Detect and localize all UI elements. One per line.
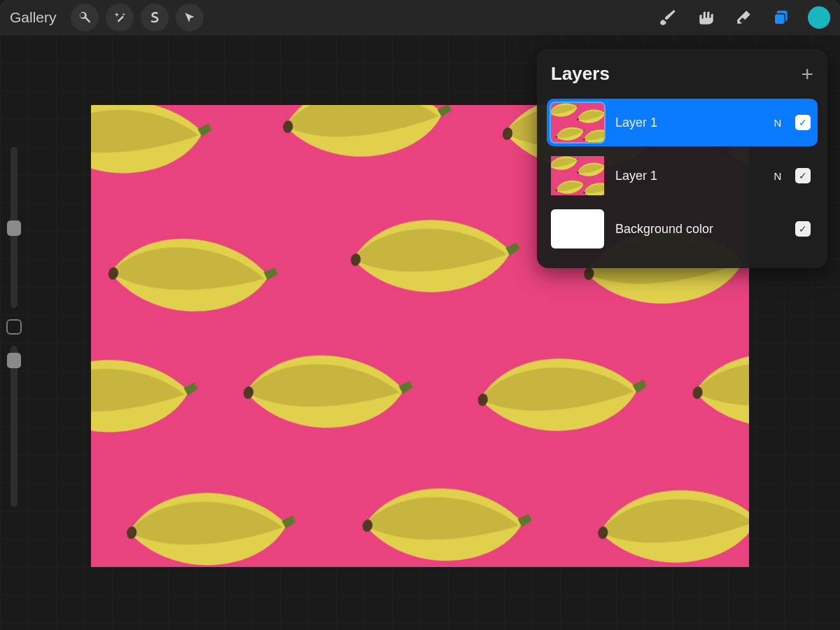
wrench-icon [78,10,92,24]
layer-visibility-checkbox[interactable]: ✓ [795,115,811,130]
layers-panel: Layers + Layer 1 N ✓ Layer 1 N ✓ Backgro… [537,49,827,268]
select-s-icon [148,10,162,24]
eraser-icon [734,8,752,27]
layer-name-label: Layer 1 [615,169,760,183]
brush-opacity-slider[interactable] [10,346,18,507]
selection-button[interactable] [141,4,169,31]
wand-icon [113,10,127,24]
layers-panel-title: Layers [551,63,610,85]
layer-name-label: Background color [615,222,760,237]
magic-wand-button[interactable] [106,4,134,31]
layer-blend-mode[interactable]: N [771,170,784,182]
layers-icon [772,8,790,27]
layer-name-label: Layer 1 [615,115,760,130]
layer-row[interactable]: Background color ✓ [547,205,818,253]
gallery-button[interactable]: Gallery [10,9,57,26]
layer-thumb [551,103,604,142]
color-picker-button[interactable] [808,6,830,29]
smudge-tool-button[interactable] [690,2,721,33]
layer-visibility-checkbox[interactable]: ✓ [795,221,811,237]
brush-size-thumb[interactable] [7,220,21,236]
svg-rect-1 [774,14,785,24]
eraser-tool-button[interactable] [728,2,759,33]
brush-icon [659,8,677,27]
layer-thumb [551,209,604,248]
layer-visibility-checkbox[interactable]: ✓ [795,168,811,183]
layer-row[interactable]: Layer 1 N ✓ [547,152,818,200]
smudge-icon [696,8,715,27]
brush-tool-button[interactable] [652,2,683,33]
brush-opacity-thumb[interactable] [7,353,21,368]
add-layer-button[interactable]: + [801,64,813,85]
layer-blend-mode[interactable]: N [771,117,784,129]
layers-tool-button[interactable] [766,2,797,33]
arrow-icon [183,10,197,24]
brush-size-slider[interactable] [10,147,18,308]
modifier-button[interactable] [6,319,22,335]
layer-row[interactable]: Layer 1 N ✓ [547,99,818,146]
top-toolbar: Gallery [0,0,840,35]
left-sidebar [4,147,24,630]
layer-thumb [551,156,604,195]
adjustments-button[interactable] [71,4,99,31]
transform-button[interactable] [176,4,204,31]
